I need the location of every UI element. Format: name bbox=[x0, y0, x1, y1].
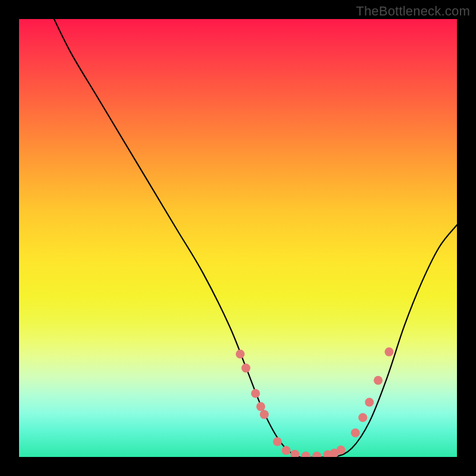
data-point bbox=[236, 350, 245, 359]
data-point bbox=[384, 347, 393, 356]
data-point bbox=[312, 452, 321, 457]
chart-container: TheBottleneck.com bbox=[0, 0, 476, 476]
data-point bbox=[358, 413, 367, 422]
data-point bbox=[242, 364, 250, 372]
data-point bbox=[273, 437, 282, 446]
data-point bbox=[281, 446, 290, 455]
data-point bbox=[260, 410, 269, 419]
data-point bbox=[351, 428, 360, 437]
data-point bbox=[256, 402, 265, 411]
data-point bbox=[336, 446, 345, 455]
curve-layer bbox=[19, 19, 457, 457]
watermark-text: TheBottleneck.com bbox=[356, 4, 470, 19]
data-point bbox=[374, 376, 383, 385]
data-point bbox=[302, 452, 311, 457]
data-point bbox=[290, 450, 299, 457]
data-point bbox=[365, 398, 374, 407]
data-point bbox=[251, 389, 260, 398]
plot-area bbox=[19, 19, 457, 457]
